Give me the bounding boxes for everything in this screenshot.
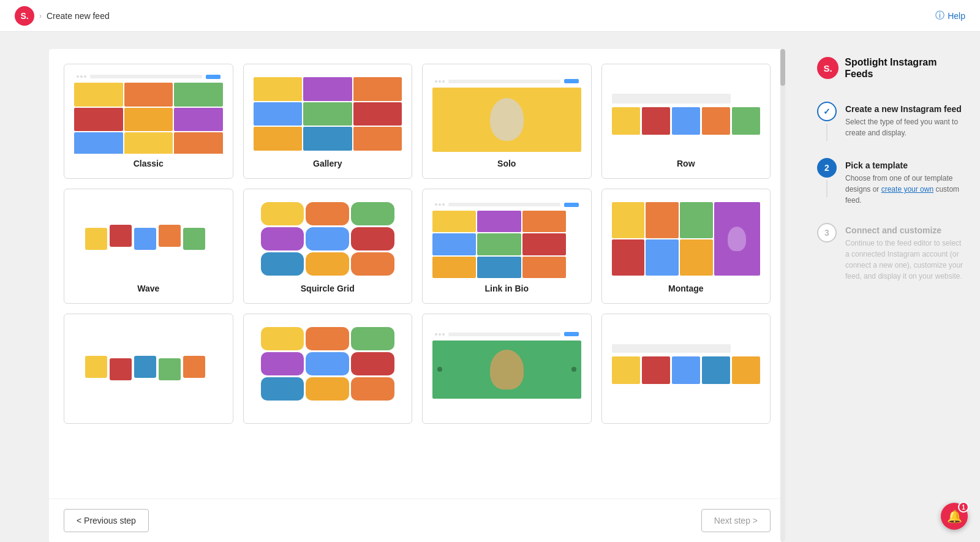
step-indicator-3: 3 xyxy=(817,223,837,282)
template-preview-r3c2 xyxy=(254,324,402,404)
step-line-2 xyxy=(826,180,827,197)
template-preview-solo xyxy=(432,74,581,154)
sidebar-logo: S. xyxy=(817,57,839,79)
template-preview-row xyxy=(612,74,761,154)
template-preview-linkinbio xyxy=(432,199,581,279)
chat-bubble[interactable]: 🔔 1 xyxy=(941,503,968,530)
step-indicator-2: 2 xyxy=(817,158,837,206)
template-name-solo: Solo xyxy=(497,159,516,168)
chat-badge: 1 xyxy=(958,502,969,513)
template-card-r3c2[interactable] xyxy=(243,314,413,424)
step-circle-1: ✓ xyxy=(817,102,837,121)
help-icon: ⓘ xyxy=(935,10,944,21)
sidebar-brand: S. Spotlight Instagram Feeds xyxy=(817,56,965,80)
template-preview-montage xyxy=(612,199,761,279)
create-own-link[interactable]: create your own xyxy=(881,185,933,194)
step-circle-2: 2 xyxy=(817,158,837,178)
step-item-2: 2 Pick a template Choose from one of our… xyxy=(817,158,965,206)
template-card-squircle[interactable]: Squircle Grid xyxy=(243,189,413,304)
scrollbar-track[interactable] xyxy=(780,49,785,542)
step-title-2: Pick a template xyxy=(845,160,965,170)
template-card-solo[interactable]: Solo xyxy=(422,64,592,179)
template-card-wave[interactable]: Wave xyxy=(64,189,233,304)
sidebar-brand-name: Spotlight Instagram Feeds xyxy=(845,56,965,80)
template-preview-squircle xyxy=(254,199,402,279)
header: S. › Create new feed ⓘ Help xyxy=(0,0,980,32)
template-name-row: Row xyxy=(677,159,695,168)
template-card-gallery[interactable]: Gallery xyxy=(243,64,413,179)
template-card-row[interactable]: Row xyxy=(601,64,771,179)
template-preview-r3c3 xyxy=(432,324,581,404)
template-card-classic[interactable]: Classic xyxy=(64,64,233,179)
template-grid: Classic xyxy=(64,64,771,434)
step-circle-3: 3 xyxy=(817,223,837,243)
template-name-squircle: Squircle Grid xyxy=(301,284,355,293)
content-area: Classic xyxy=(0,32,802,542)
template-preview-r3c1 xyxy=(74,324,223,404)
logo-mark: S. xyxy=(15,6,34,26)
step-content-1: Create a new Instagram feed Select the t… xyxy=(845,102,965,141)
template-preview-r3c4 xyxy=(612,324,761,404)
step-desc-3: Continue to the feed editor to select a … xyxy=(845,238,965,282)
template-name-wave: Wave xyxy=(137,284,159,293)
template-card-linkinbio[interactable]: Link in Bio xyxy=(422,189,592,304)
template-card-montage[interactable]: Montage xyxy=(601,189,771,304)
step-item-3: 3 Connect and customize Continue to the … xyxy=(817,223,965,282)
right-sidebar: S. Spotlight Instagram Feeds ✓ Create a … xyxy=(802,32,980,542)
template-name-gallery: Gallery xyxy=(313,159,342,168)
template-preview-gallery xyxy=(254,74,402,154)
bottom-bar: < Previous step Next step > xyxy=(49,499,785,542)
breadcrumb-chevron: › xyxy=(39,12,42,20)
step-indicator-1: ✓ xyxy=(817,102,837,141)
step-content-3: Connect and customize Continue to the fe… xyxy=(845,223,965,282)
template-name-montage: Montage xyxy=(668,284,704,293)
next-step-button[interactable]: Next step > xyxy=(701,509,771,532)
step-line-1 xyxy=(826,124,827,141)
template-card-r3c4[interactable] xyxy=(601,314,771,424)
template-card-r3c1[interactable] xyxy=(64,314,233,424)
page-title: Create new feed xyxy=(47,11,110,21)
step-item-1: ✓ Create a new Instagram feed Select the… xyxy=(817,102,965,141)
template-preview-classic xyxy=(74,74,223,154)
template-preview-wave xyxy=(74,199,223,279)
template-name-classic: Classic xyxy=(134,159,164,168)
step-title-1: Create a new Instagram feed xyxy=(845,104,965,114)
grid-container: Classic xyxy=(49,49,785,499)
step-desc-1: Select the type of feed you want to crea… xyxy=(845,116,965,138)
header-left: S. › Create new feed xyxy=(15,6,110,26)
main-layout: Classic xyxy=(0,32,980,542)
prev-step-button[interactable]: < Previous step xyxy=(64,509,149,532)
template-name-linkinbio: Link in Bio xyxy=(484,284,529,293)
scrollbar-thumb[interactable] xyxy=(780,49,785,86)
help-button[interactable]: ⓘ Help xyxy=(935,10,965,21)
step-desc-2: Choose from one of our template designs … xyxy=(845,173,965,206)
step-title-3: Connect and customize xyxy=(845,225,965,235)
step-list: ✓ Create a new Instagram feed Select the… xyxy=(817,102,965,299)
step-content-2: Pick a template Choose from one of our t… xyxy=(845,158,965,206)
white-panel: Classic xyxy=(49,49,785,542)
template-card-r3c3[interactable] xyxy=(422,314,592,424)
